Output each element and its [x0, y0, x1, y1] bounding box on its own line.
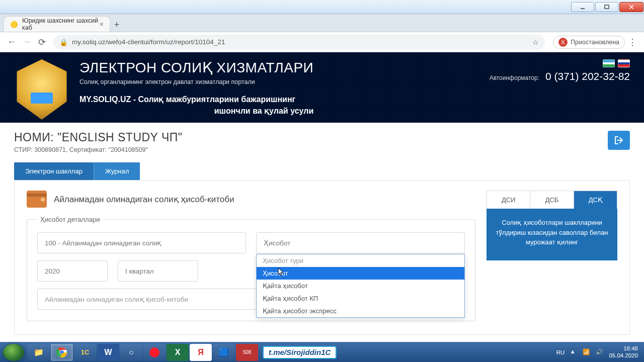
- report-name-value: Айланмадан олинадиган солиқ ҳисоб-китоби: [45, 295, 188, 303]
- tax-type-value: 100 - Айланмадан олинадиган солиқ: [45, 239, 161, 247]
- taskbar-app3-icon[interactable]: 508: [236, 344, 258, 361]
- telegram-overlay: t.me/Sirojiddin1C: [263, 346, 337, 359]
- site-title: ЭЛЕКТРОН СОЛИҚ ХИЗМАТЛАРИ: [79, 59, 313, 76]
- window-close-button[interactable]: [619, 2, 643, 12]
- dropdown-option[interactable]: Ҳисобот: [257, 267, 464, 280]
- svg-rect-1: [605, 5, 609, 9]
- tray-network-icon[interactable]: 📶: [583, 348, 591, 356]
- taskbar-word-icon[interactable]: W: [97, 344, 119, 361]
- forward-button[interactable]: →: [19, 35, 34, 50]
- address-bar[interactable]: 🔒 my.soliq.uz/wefo4-clientui/form/uz/rep…: [53, 35, 545, 50]
- profile-chip-label: Приостановлена: [571, 39, 619, 46]
- taskbar-explorer-icon[interactable]: 📁: [28, 344, 50, 361]
- tab-journal[interactable]: Журнал: [94, 162, 140, 180]
- report-details-fieldset: Ҳисобот деталлари 100 - Айланмадан олина…: [27, 216, 475, 321]
- site-slogan-1: - Солиқ мажбуриятларини бажаришнинг: [131, 95, 295, 104]
- sidetab-dsq[interactable]: ДСҚ: [574, 191, 617, 209]
- tray-time: 18:48: [609, 345, 638, 352]
- window-titlebar: [0, 0, 644, 14]
- reload-button[interactable]: ⟳: [34, 35, 49, 50]
- start-button[interactable]: [3, 344, 24, 361]
- quarter-value: I квартал: [125, 267, 154, 275]
- site-subtitle: Солиқ органларининг электрон давлат хизм…: [79, 78, 313, 85]
- fieldset-legend: Ҳисобот деталлари: [37, 216, 103, 223]
- dropdown-header: Ҳисобот тури: [257, 254, 464, 267]
- sidebox-help-text: Солиқ ҳисоботлари шаклларини тўлдириш юз…: [487, 209, 617, 260]
- taskbar-app2-icon[interactable]: 🟦: [213, 344, 235, 361]
- tray-clock[interactable]: 18:48 05.04.2020: [609, 345, 638, 358]
- report-type-select[interactable]: Ҳисобот Ҳисобот тури Ҳисобот Қайта ҳисоб…: [256, 232, 465, 253]
- org-meta: СТИР: 300890871, Сертификат: "2004108509…: [14, 146, 182, 153]
- taskbar-1c-icon[interactable]: 1C: [74, 344, 96, 361]
- url-text: my.soliq.uz/wefo4-clientui/form/uz/repor…: [72, 38, 225, 46]
- browser-toolbar: ← → ⟳ 🔒 my.soliq.uz/wefo4-clientui/form/…: [0, 32, 644, 52]
- lang-uz-flag[interactable]: [603, 59, 615, 67]
- lock-icon: 🔒: [59, 38, 68, 46]
- tray-volume-icon[interactable]: 🔊: [596, 348, 604, 356]
- window-maximize-button[interactable]: [595, 2, 618, 12]
- taskbar-excel-icon[interactable]: X: [167, 344, 189, 361]
- taskbar-yandex-icon[interactable]: Я: [190, 344, 212, 361]
- window-minimize-button[interactable]: [571, 2, 594, 12]
- logout-button[interactable]: [608, 131, 630, 150]
- dropdown-option[interactable]: Қайта ҳисобот: [257, 280, 464, 292]
- taskbar-chrome-icon[interactable]: [51, 344, 73, 361]
- report-type-value: Ҳисобот: [264, 239, 290, 247]
- year-select[interactable]: 2020: [37, 260, 108, 282]
- section-title: Айланмадан олинадиган солиқ ҳисоб-китоби: [54, 194, 234, 205]
- dropdown-option[interactable]: Қайта ҳисобот экспресс: [257, 305, 464, 317]
- tab-title: Юридик шахснинг шахсий каб: [22, 17, 100, 31]
- logout-icon: [614, 136, 624, 145]
- bookmark-star-icon[interactable]: ☆: [532, 38, 539, 46]
- tray-lang[interactable]: RU: [556, 349, 565, 355]
- profile-avatar-icon: Х: [558, 38, 568, 47]
- tray-flag-icon[interactable]: ▲: [570, 348, 578, 356]
- quarter-select[interactable]: I квартал: [118, 260, 198, 282]
- phone-number: 0 (371) 202-32-82: [545, 70, 630, 82]
- dropdown-option[interactable]: Қайта ҳисобот КП: [257, 292, 464, 305]
- windows-taskbar: 📁 1C W ○ X Я 🟦 508 t.me/Sirojiddin1C RU …: [0, 342, 644, 362]
- org-title: НОМИ: "ENGLISH STUDY ЧП": [14, 131, 182, 144]
- site-slogan-2: ишончли ва қулай усули: [79, 106, 313, 116]
- taskbar-opera-icon[interactable]: [143, 344, 166, 361]
- browser-tab-strip: 🟡 Юридик шахснинг шахсий каб × +: [0, 14, 644, 32]
- tax-type-select[interactable]: 100 - Айланмадан олинадиган солиқ: [37, 232, 246, 253]
- tab-favicon-icon: 🟡: [10, 20, 18, 28]
- phone-label: Автоинформатор:: [490, 74, 539, 81]
- report-type-dropdown: Ҳисобот тури Ҳисобот Қайта ҳисобот Қайта…: [256, 254, 465, 318]
- menu-button[interactable]: ⋮: [625, 35, 640, 50]
- back-button[interactable]: ←: [4, 35, 19, 50]
- tray-date: 05.04.2020: [609, 352, 638, 359]
- browser-tab[interactable]: 🟡 Юридик шахснинг шахсий каб ×: [4, 17, 110, 32]
- tab-electron-forms[interactable]: Электрон шакллар: [14, 162, 94, 180]
- site-logo: [14, 59, 69, 120]
- wallet-icon: [27, 191, 47, 208]
- year-value: 2020: [45, 267, 60, 275]
- site-domain: MY.SOLIQ.UZ: [79, 95, 131, 104]
- sidetab-dsb[interactable]: ДСБ: [530, 191, 573, 209]
- new-tab-button[interactable]: +: [110, 18, 124, 32]
- site-header: ЭЛЕКТРОН СОЛИҚ ХИЗМАТЛАРИ Солиқ органлар…: [0, 52, 644, 123]
- taskbar-app-icon[interactable]: ○: [120, 344, 142, 361]
- profile-chip[interactable]: Х Приостановлена: [553, 36, 625, 49]
- tab-close-icon[interactable]: ×: [100, 20, 104, 28]
- lang-ru-flag[interactable]: [618, 59, 630, 67]
- sidetab-dsi[interactable]: ДСИ: [487, 191, 530, 209]
